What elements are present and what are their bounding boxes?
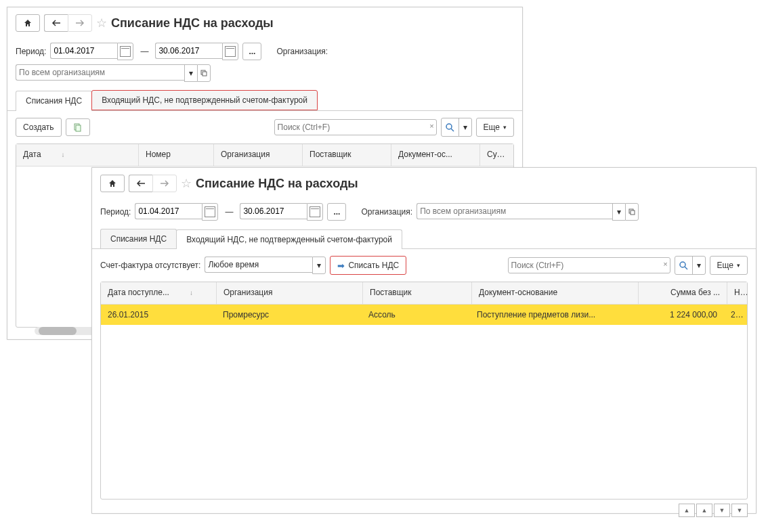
period-picker-button[interactable]: ... [242,43,261,60]
calendar-icon [225,46,236,57]
find-button-group: ▾ [675,256,706,275]
window-incoming-vat: ☆ Списание НДС на расходы Период: — ... … [91,167,756,347]
date-from-group [50,43,133,60]
date-from-cal-button[interactable] [117,43,133,60]
svg-line-9 [685,267,687,269]
cell-org: Промресурс [216,305,362,325]
page-title: Списание НДС на расходы [111,16,274,30]
org-label: Организация: [361,207,412,217]
search-box: × [508,257,670,273]
favorite-star-icon[interactable]: ☆ [181,176,192,191]
date-to-cal-button[interactable] [222,43,238,60]
forward-button [68,14,92,32]
forward-button [152,175,177,192]
col-date[interactable]: Дата поступле...↓ [101,282,217,304]
org-input[interactable] [16,64,184,81]
invoice-filter-label: Счет-фактура отсутствует: [100,261,200,270]
calendar-icon [120,46,131,57]
grid-header: Дата↓ Номер Организация Поставщик Докуме… [16,144,513,167]
period-picker-button[interactable]: ... [327,203,346,221]
dash: — [137,47,151,56]
org-open-button[interactable] [197,64,211,82]
create-button[interactable]: Создать [16,118,62,137]
back-button[interactable] [129,175,152,192]
tabs-bar: Списания НДС Входящий НДС, не подтвержде… [7,90,522,111]
find-button-group: ▾ [441,118,472,137]
grid-header: Дата поступле...↓ Организация Поставщик … [101,282,747,305]
col-sum-no-vat[interactable]: Сумма без ... [639,282,727,304]
find-button[interactable] [675,257,693,274]
period-label: Период: [16,47,46,56]
date-to-input[interactable] [240,203,307,219]
find-dropdown-button[interactable]: ▾ [693,257,705,274]
home-button[interactable] [16,14,40,32]
date-from-group [135,203,218,221]
calendar-icon [205,206,215,217]
dash: — [222,207,236,217]
search-box: × [274,119,437,135]
period-label: Период: [100,207,131,217]
sort-down-icon: ↓ [62,151,65,158]
org-combo: ▾ [16,64,211,82]
writeoff-vat-button[interactable]: ➡ Списать НДС [330,256,406,275]
table-row[interactable]: 26.01.2015 Промресурс Ассоль Поступление… [101,305,747,325]
period-row: Период: — ... Организация: ▾ [7,39,522,86]
scrollbar[interactable] [35,327,95,335]
arrow-right-icon: ➡ [337,261,345,271]
col-vat[interactable]: НДС [727,282,747,304]
tabs-bar: Списания НДС Входящий НДС, не подтвержде… [92,229,756,249]
org-dropdown-button[interactable]: ▾ [184,64,197,82]
date-from-cal-button[interactable] [202,203,218,221]
date-from-input[interactable] [135,203,202,219]
nav-buttons [44,14,92,32]
org-input[interactable] [417,203,612,219]
toolbar: Создать × ▾ Еще▾ [7,111,522,143]
search-input[interactable] [508,257,670,273]
col-doc[interactable]: Документ-основание [472,282,639,304]
copy-button[interactable] [66,118,90,136]
date-to-input[interactable] [155,43,222,59]
nav-buttons [129,175,177,192]
invoice-filter-input[interactable] [205,257,312,273]
cell-doc: Поступление предметов лизи... [470,305,636,325]
toolbar: Счет-фактура отсутствует: ▾ ➡ Списать НД… [92,249,756,282]
header: ☆ Списание НДС на расходы [92,168,756,199]
org-dropdown-button[interactable]: ▾ [612,203,625,221]
search-input[interactable] [274,119,437,135]
header: ☆ Списание НДС на расходы [7,7,522,39]
back-button[interactable] [44,14,68,32]
col-org[interactable]: Организация [217,282,363,304]
favorite-star-icon[interactable]: ☆ [96,16,107,30]
col-doc[interactable]: Документ-ос... [391,144,480,166]
find-button[interactable] [442,118,459,136]
more-button[interactable]: Еще▾ [476,118,514,137]
date-from-input[interactable] [50,43,117,59]
more-button[interactable]: Еще▾ [710,256,748,275]
col-supplier[interactable]: Поставщик [303,144,391,166]
cell-date: 26.01.2015 [101,305,216,325]
tab-writeoffs[interactable]: Списания НДС [100,229,177,248]
home-button[interactable] [100,175,125,192]
find-dropdown-button[interactable]: ▾ [459,118,471,136]
scrollbar-thumb[interactable] [39,327,77,335]
tab-incoming-vat[interactable]: Входящий НДС, не подтвержденный счетом-ф… [91,90,318,110]
invoice-filter-combo: ▾ [205,257,326,274]
invoice-filter-dropdown[interactable]: ▾ [312,257,326,274]
svg-line-5 [451,129,454,131]
col-number[interactable]: Номер [139,144,214,166]
col-vat-sum[interactable]: Сумма НДС [480,144,513,166]
sort-down-icon: ↓ [190,289,193,296]
org-label: Организация: [276,47,328,56]
col-org[interactable]: Организация [214,144,303,166]
org-open-button[interactable] [625,203,639,221]
date-to-cal-button[interactable] [307,203,323,221]
search-clear-button[interactable]: × [663,260,667,268]
page-title: Списание НДС на расходы [196,177,358,191]
date-to-group [240,203,323,221]
search-clear-button[interactable]: × [429,122,433,130]
tab-incoming-vat[interactable]: Входящий НДС, не подтвержденный счетом-ф… [176,229,402,249]
col-supplier[interactable]: Поставщик [363,282,472,304]
col-date[interactable]: Дата↓ [16,144,139,166]
tab-writeoffs[interactable]: Списания НДС [16,91,92,111]
svg-point-8 [680,262,685,267]
